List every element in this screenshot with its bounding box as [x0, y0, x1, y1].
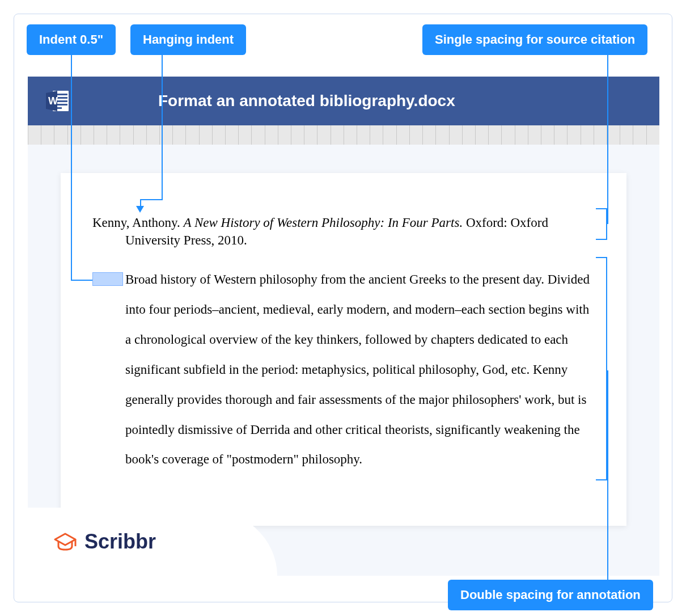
arrow-hanging [136, 206, 144, 213]
connector-single-v [607, 54, 608, 224]
bracket-double-spacing [596, 257, 607, 480]
graduation-cap-icon [53, 529, 78, 554]
logo-container: Scribbr [28, 508, 232, 576]
logo-text: Scribbr [84, 530, 156, 554]
bracket-single-spacing [596, 208, 607, 240]
citation-author: Kenny, Anthony. [92, 216, 184, 230]
document-area: Kenny, Anthony. A New History of Western… [28, 145, 659, 576]
word-icon: W [41, 85, 73, 117]
connector-hanging-v [162, 54, 163, 199]
callout-indent: Indent 0.5" [27, 24, 116, 55]
document-title: Format an annotated bibliography.docx [158, 92, 455, 110]
connector-double-v [607, 370, 608, 592]
page: Kenny, Anthony. A New History of Western… [61, 173, 626, 526]
connector-hanging-h [140, 199, 163, 200]
connector-indent-v [71, 54, 72, 280]
indent-highlight [92, 272, 123, 286]
word-titlebar: W Format an annotated bibliography.docx [28, 77, 659, 125]
connector-indent-h [71, 280, 92, 281]
annotation-text: Broad history of Western philosophy from… [92, 265, 595, 475]
callout-hanging: Hanging indent [130, 24, 246, 55]
callout-single-spacing: Single spacing for source citation [422, 24, 647, 55]
callout-double-spacing: Double spacing for annotation [448, 580, 653, 610]
diagram-frame: Indent 0.5" Hanging indent Single spacin… [14, 14, 672, 602]
svg-text:W: W [48, 95, 58, 107]
citation-book-title: A New History of Western Philosophy: In … [184, 216, 463, 230]
ruler [28, 125, 659, 145]
citation-text: Kenny, Anthony. A New History of Western… [92, 214, 595, 249]
